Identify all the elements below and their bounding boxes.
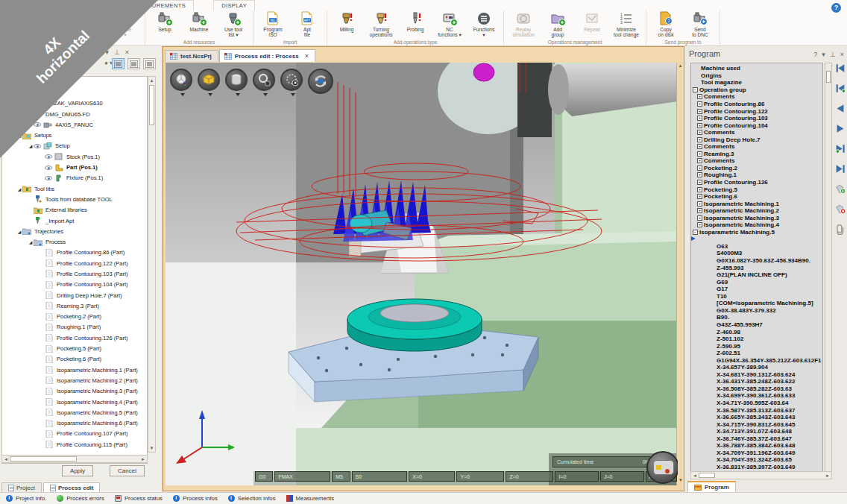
status-item-process-errors[interactable]: Process errors [57,495,104,502]
expand-icon[interactable]: + [697,180,702,185]
tree-item[interactable]: Profile Contouring.104 (Part) [2,280,147,290]
expand-icon[interactable]: + [697,151,702,157]
zoom-magnifier-button[interactable] [253,69,275,91]
tree-item[interactable]: ◢Trajectories [2,226,147,236]
tree-item[interactable]: 4AXIS_FANUC [2,119,147,130]
expander-icon[interactable]: ◢ [16,90,22,95]
file-nc-button[interactable]: NCProgram ISO [256,10,290,39]
left-panel-help-icon[interactable]: ? [96,48,100,56]
gcode-line[interactable]: G43Z-455.993H7 [691,321,822,329]
document-tab[interactable]: Process edit : Process× [219,49,315,62]
program-tree-item[interactable]: +Comments [691,129,822,136]
gcode-line[interactable]: X-36.508Y-385.282Z-603.63 [691,385,822,393]
replay-button[interactable]: Replay simulation [506,10,541,39]
tree-item[interactable]: ◢Machines [2,87,147,98]
skip-end-icon[interactable] [834,163,846,177]
expand-icon[interactable]: + [697,201,702,207]
minimize-button[interactable]: 123Minimize tool change [609,10,643,39]
tree-item[interactable]: Profile Contouring.115 (Part) [2,439,147,450]
setup-button[interactable]: Setup [148,10,182,39]
tree-item[interactable]: Pocketing.6 (Part) [2,354,147,365]
skip-start-icon[interactable] [834,63,846,77]
tree-item[interactable]: Isoparametric Machining.6 (Part) [2,418,147,429]
ribbon-tab-display[interactable]: DISPLAY [213,0,255,10]
expand-icon[interactable]: + [697,208,702,213]
tree-item[interactable]: Profile Contouring.107 (Part) [2,429,147,439]
dropdown-arrow-icon[interactable] [208,93,212,96]
program-tree-item[interactable]: +Isoparametric Machining.4 [691,221,822,229]
file-apt-button[interactable]: APTApt file [290,10,324,39]
tree-item[interactable]: ◢Setup [2,141,147,151]
left-panel-pin-icon[interactable]: ⊥ [114,48,120,56]
selection-filter-button[interactable] [280,69,303,91]
status-item-project-info[interactable]: Project info. [6,495,46,502]
gcode-line[interactable]: O63 [691,243,822,251]
gcode-line[interactable]: T10 [691,293,822,300]
paste-button[interactable]: Paste ▾ [108,10,142,39]
stock-cylinder-button[interactable] [225,69,248,91]
expand-icon[interactable]: + [697,222,702,227]
program-horizontal-scrollbar[interactable]: ◄► [690,471,832,479]
viewport-3d[interactable]: Cumulated time 0h 0' 0" G0FMAXM5S0X=0Y=0… [166,63,678,485]
program-vertical-scrollbar[interactable] [825,63,832,476]
gcode-line[interactable]: X-34.715Y-390.831Z-603.645 [691,420,822,428]
gcode-line[interactable]: G0X16.082Y-350.63Z-456.934B90. [691,257,822,265]
attach-icon[interactable] [834,224,846,238]
gcode-line[interactable]: X-36.746Y-385.37Z-603.647 [691,435,822,442]
left-panel-close-icon[interactable]: × [125,48,129,56]
status-item-process-infos[interactable]: Process infos [173,495,218,502]
program-panel-pin-icon[interactable]: ⊥ [830,51,836,58]
dropdown-arrow-icon[interactable] [180,93,185,96]
program-tree-item[interactable]: +Isoparametric Machining.3 [691,214,822,221]
expander-icon[interactable]: ◢ [16,133,22,138]
viewport-scrollbar[interactable]: ▲▼ [676,63,684,485]
program-tree-item[interactable]: Machine used [691,65,822,72]
tree-item[interactable]: Fixture (Pos.1) [2,173,147,183]
gcode-line[interactable]: X-34.704Y-391.324Z-603.65 [691,456,822,464]
gcode-line[interactable]: X-36.431Y-385.248Z-603.622 [691,378,822,385]
program-tree-item[interactable]: −Operation group [691,86,822,94]
visibility-eye-icon[interactable] [45,176,52,180]
display-mode-cube-button[interactable] [198,69,220,91]
tree-item[interactable]: Profile Contouring.122 (Part) [2,258,147,268]
expand-icon[interactable]: + [697,94,702,99]
gcode-line[interactable]: X-36.831Y-385.397Z-603.649 [691,464,822,471]
program-tree-item[interactable]: +Pocketing.5 [691,186,822,193]
tree-item[interactable]: DMG_DMU65-FD [2,109,147,119]
tree-item[interactable]: Profile Contouring.126 (Part) [2,333,147,343]
program-tree-item[interactable]: +Profile Contouring.104 [691,122,822,129]
collapse-icon[interactable]: − [693,230,698,235]
status-item-selection-infos[interactable]: Selection infos [228,495,276,502]
expand-icon[interactable]: + [697,109,702,114]
tree-item[interactable]: Stock (Pos.1) [2,151,147,162]
program-tree-item[interactable]: +Reaming.3 [691,151,822,158]
gcode-line[interactable]: Z-501.102 [691,336,822,343]
program-tree-item[interactable]: +Comments [691,93,822,101]
program-tree-item[interactable]: +Comments [691,143,822,151]
expander-icon[interactable]: ◢ [16,186,22,192]
functions-button[interactable]: Functions ▾ [467,10,501,39]
expander-icon[interactable]: ◢ [16,229,22,234]
gcode-line[interactable]: X-36.665Y-385.343Z-603.643 [691,414,822,421]
tree-item[interactable]: ◢Tool libs [2,183,147,194]
expand-icon[interactable]: + [697,116,702,121]
program-tree-item[interactable]: +Profile Contouring.126 [691,179,822,186]
tree-item[interactable]: ◢Process [2,236,147,247]
program-panel-chevron-down-icon[interactable]: ▾ [822,51,825,58]
tree-item[interactable]: Isoparametric Machining.1 (Part) [2,365,147,375]
expander-icon[interactable]: ◢ [28,239,34,245]
expand-icon[interactable]: + [697,101,702,107]
gcode-line[interactable]: G69 [691,278,822,286]
view-orientation-button[interactable] [170,69,192,91]
status-item-measurements[interactable]: Measurements [286,495,335,502]
repeat-button[interactable]: Repeat [575,10,609,39]
tree-item[interactable]: Part (Pos.1) [2,162,147,172]
list-view-small-button[interactable] [143,58,156,69]
tool-add-icon[interactable] [834,183,846,198]
expand-icon[interactable]: + [697,215,702,221]
gcode-line[interactable]: Z-455.993 [691,264,822,271]
left-panel-chevron-down-icon[interactable]: ▾ [105,48,109,56]
tree-item[interactable]: _Import Apt [2,215,147,226]
program-bottom-tab[interactable]: Program [687,481,736,493]
program-tree-item[interactable]: +Roughing.1 [691,171,822,179]
